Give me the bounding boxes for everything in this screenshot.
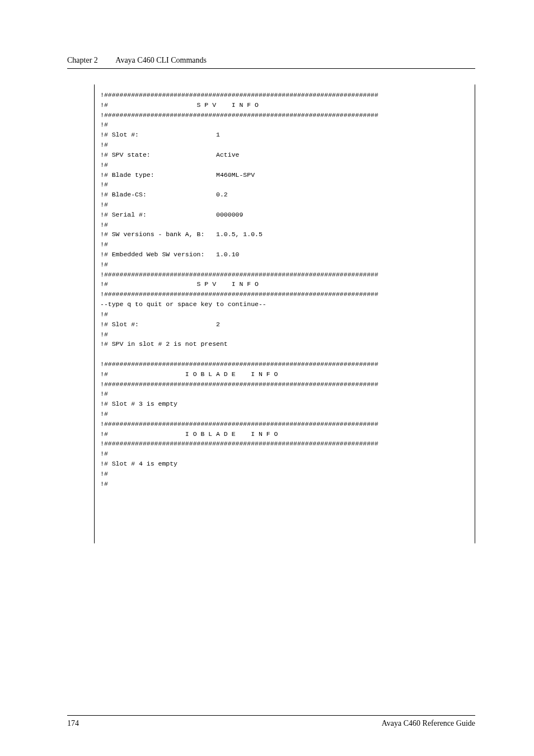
footer-rule [67,715,475,716]
running-header: Chapter 2 Avaya C460 CLI Commands [67,56,475,65]
footer: 174 Avaya C460 Reference Guide [67,715,475,728]
chapter-title: Avaya C460 CLI Commands [115,56,207,65]
footer-row: 174 Avaya C460 Reference Guide [67,719,475,728]
page: Chapter 2 Avaya C460 CLI Commands !#####… [0,0,534,756]
chapter-label: Chapter 2 [67,56,98,65]
header-rule [67,68,475,69]
page-number: 174 [67,719,79,728]
code-block: !#######################################… [100,90,471,489]
code-block-frame: !#######################################… [94,84,475,543]
book-title: Avaya C460 Reference Guide [382,719,475,728]
